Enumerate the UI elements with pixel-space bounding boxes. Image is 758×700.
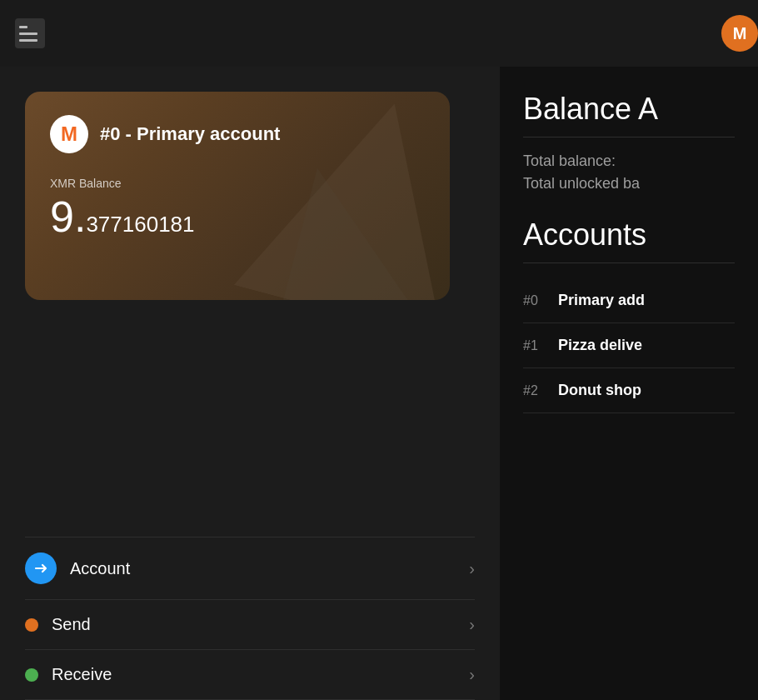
- nav-item-send[interactable]: Send ›: [25, 600, 475, 650]
- account-name-0: Primary add: [558, 292, 645, 309]
- send-dot-icon: [25, 618, 38, 632]
- card-spacer: [25, 300, 475, 537]
- card-account-title: #0 - Primary account: [100, 123, 280, 145]
- accounts-section: Accounts #0 Primary add #1 Pizza delive …: [523, 218, 735, 413]
- nav-receive-label: Receive: [52, 665, 456, 684]
- nav-receive-chevron: ›: [469, 665, 475, 684]
- account-name-1: Pizza delive: [558, 337, 642, 354]
- sidebar-icon-line3: [19, 39, 37, 42]
- total-unlocked-label: Total unlocked ba: [523, 175, 640, 192]
- account-arrow-icon: [25, 552, 57, 584]
- avatar[interactable]: M: [721, 15, 758, 52]
- receive-dot-icon: [25, 668, 38, 682]
- balance-integer: 9.: [50, 195, 86, 238]
- monero-logo: M: [50, 115, 88, 153]
- topbar-left: [15, 18, 45, 48]
- nav-item-account[interactable]: Account ›: [25, 537, 475, 600]
- nav-account-chevron: ›: [469, 559, 475, 578]
- account-row-0[interactable]: #0 Primary add: [523, 278, 735, 323]
- account-num-1: #1: [523, 338, 546, 353]
- total-balance-row: Total balance:: [523, 152, 735, 170]
- balance-divider: [523, 137, 735, 138]
- balance-label: XMR Balance: [50, 177, 425, 190]
- nav-account-label: Account: [70, 559, 456, 578]
- nav-send-label: Send: [52, 615, 456, 634]
- balance-decimal: 377160181: [86, 212, 194, 238]
- nav-send-chevron: ›: [469, 615, 475, 634]
- arrow-right-icon: [32, 560, 49, 577]
- wallet-card: M #0 - Primary account XMR Balance 9. 37…: [25, 92, 450, 300]
- nav-item-receive[interactable]: Receive ›: [25, 650, 475, 700]
- accounts-title: Accounts: [523, 218, 735, 252]
- balance-section-title: Balance A: [523, 92, 735, 127]
- sidebar-toggle-button[interactable]: [15, 18, 45, 48]
- right-panel: Balance A Total balance: Total unlocked …: [500, 67, 758, 700]
- account-row-1[interactable]: #1 Pizza delive: [523, 323, 735, 368]
- topbar: M: [0, 0, 758, 67]
- account-num-0: #0: [523, 293, 546, 308]
- sidebar-icon-line2: [19, 32, 37, 35]
- accounts-divider: [523, 262, 735, 263]
- account-row-2[interactable]: #2 Donut shop: [523, 368, 735, 413]
- balance-amount: 9. 377160181: [50, 195, 425, 238]
- total-unlocked-row: Total unlocked ba: [523, 175, 735, 192]
- account-name-2: Donut shop: [558, 382, 641, 399]
- main-area: M #0 - Primary account XMR Balance 9. 37…: [0, 67, 758, 700]
- card-header: M #0 - Primary account: [50, 115, 425, 153]
- total-balance-label: Total balance:: [523, 152, 616, 169]
- account-num-2: #2: [523, 383, 546, 398]
- sidebar-icon-line1: [19, 26, 27, 28]
- nav-section: Account › Send › Receive ›: [25, 537, 475, 700]
- left-panel: M #0 - Primary account XMR Balance 9. 37…: [0, 67, 500, 700]
- monero-icon: M: [61, 124, 77, 144]
